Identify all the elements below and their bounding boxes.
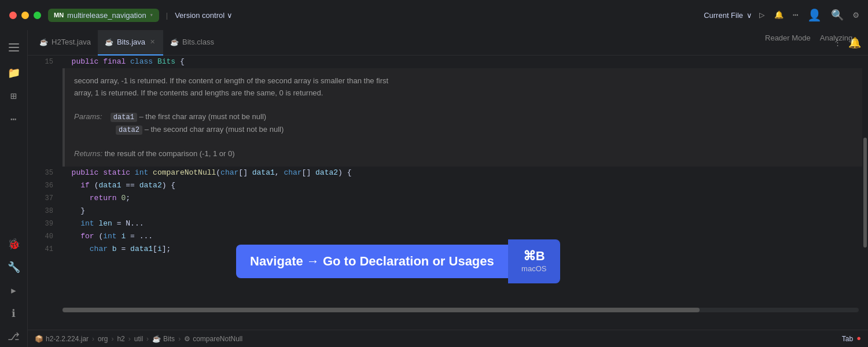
line-content-36: if (data1 == data2) { xyxy=(62,179,868,192)
line-content-15: public final class Bits { xyxy=(62,56,868,68)
param1-name: data1 xyxy=(111,113,137,122)
statusbar-method[interactable]: ⚙ compareNotNull xyxy=(184,335,242,343)
sidebar-top xyxy=(0,35,27,60)
org-label: org xyxy=(98,335,108,343)
statusbar-sep1: › xyxy=(92,335,94,343)
reader-mode-bar: Reader Mode Analyzing... xyxy=(765,30,859,46)
sidebar-item-info[interactable]: ℹ xyxy=(3,303,24,324)
shortcut-key: ⌘B xyxy=(520,249,549,264)
tab-h2test[interactable]: ☕ H2Test.java xyxy=(32,30,98,56)
profile-icon[interactable]: 👤 xyxy=(807,8,822,23)
code-editor[interactable]: 15 public final class Bits { second arra… xyxy=(28,56,868,330)
statusbar-tab[interactable]: Tab xyxy=(842,335,853,343)
bits-class-tab-icon: ☕ xyxy=(170,38,179,46)
tab-bits-java[interactable]: ☕ Bits.java ✕ xyxy=(98,30,163,56)
line-num-38: 38 xyxy=(28,205,62,217)
project-name-label: multirelease_navigation xyxy=(67,11,146,20)
project-initials: MN xyxy=(54,12,64,19)
bits-label: Bits xyxy=(163,335,175,343)
util-label: util xyxy=(134,335,143,343)
line-num-36: 36 xyxy=(28,179,62,192)
tabbar: ☕ H2Test.java ☕ Bits.java ✕ ☕ Bits.class… xyxy=(28,30,868,56)
statusbar-sep2: › xyxy=(111,335,113,343)
line-num-37: 37 xyxy=(28,192,62,205)
code-line-39: 39 int len = N... xyxy=(28,217,868,230)
statusbar-jar[interactable]: 📦 h2-2.2.224.jar xyxy=(35,335,89,343)
titlebar-actions: ▷ 🔔 ⋯ 👤 🔍 ⚙ xyxy=(759,8,859,23)
sidebar-item-more[interactable]: ⋯ xyxy=(3,109,24,130)
svg-rect-0 xyxy=(9,43,19,45)
line-num-15: 15 xyxy=(28,56,62,68)
method-label: compareNotNull xyxy=(193,335,242,343)
h2test-tab-label: H2Test.java xyxy=(52,38,91,46)
h2-label: h2 xyxy=(117,335,124,343)
code-line-36: 36 if (data1 == data2) { xyxy=(28,179,868,192)
main-area: 📁 ⊞ ⋯ 🐞 🔧 ▶ ℹ ⎇ ☕ H2Test.java ☕ Bits.jav… xyxy=(0,30,868,347)
line-content-38: } xyxy=(62,205,868,217)
project-selector[interactable]: MN multirelease_navigation ▾ xyxy=(48,9,159,22)
sidebar-item-tools[interactable]: 🔧 xyxy=(3,257,24,278)
doc-param2: data2 – the second char array (must not … xyxy=(74,124,859,136)
statusbar-h2[interactable]: h2 xyxy=(117,335,124,343)
sidebar-item-debug[interactable]: 🐞 xyxy=(3,234,24,254)
maximize-button[interactable] xyxy=(34,12,41,19)
minimize-button[interactable] xyxy=(21,12,29,19)
statusbar-sep5: › xyxy=(178,335,181,343)
analyzing-status: Analyzing... xyxy=(820,34,859,42)
param2-desc: – the second char array (must not be nul… xyxy=(145,125,284,134)
settings-icon[interactable]: ⚙ xyxy=(853,9,859,21)
sidebar-item-structure[interactable]: ⊞ xyxy=(3,86,24,106)
jar-label: h2-2.2.224.jar xyxy=(46,335,89,343)
line-num-39: 39 xyxy=(28,217,62,230)
search-icon[interactable]: 🔍 xyxy=(831,9,844,21)
close-button[interactable] xyxy=(9,12,17,19)
statusbar-error-icon[interactable]: ● xyxy=(856,334,861,343)
svg-rect-2 xyxy=(9,50,19,51)
separator: | xyxy=(166,11,168,20)
bits-java-tab-close-icon[interactable]: ✕ xyxy=(149,37,156,47)
shortcut-os: macOS xyxy=(521,264,546,273)
line-num-40: 40 xyxy=(28,230,62,243)
statusbar-bits[interactable]: ☕ Bits xyxy=(152,335,175,343)
horizontal-scrollbar-thumb[interactable] xyxy=(62,308,700,312)
doc-returns: Returns: the result of the comparison (-… xyxy=(74,148,859,160)
statusbar: 📦 h2-2.2.224.jar › org › h2 › util › ☕ B… xyxy=(28,330,868,347)
sidebar-toggle-icon[interactable] xyxy=(3,37,24,58)
traffic-lights xyxy=(9,12,41,19)
more-actions-icon[interactable]: ⋯ xyxy=(793,9,799,21)
vertical-scrollbar-thumb[interactable] xyxy=(863,138,867,248)
reader-mode-button[interactable]: Reader Mode xyxy=(765,34,811,42)
code-line-38: 38 } xyxy=(28,205,868,217)
editor-area: ☕ H2Test.java ☕ Bits.java ✕ ☕ Bits.class… xyxy=(28,30,868,347)
statusbar-util[interactable]: util xyxy=(134,335,143,343)
tooltip-shortcut: ⌘B macOS xyxy=(508,239,560,283)
bits-java-tab-icon: ☕ xyxy=(105,38,113,46)
sidebar-item-git[interactable]: ⎇ xyxy=(3,326,24,347)
h2test-tab-icon: ☕ xyxy=(39,38,48,46)
bits-icon: ☕ xyxy=(152,335,161,343)
current-file-chevron-icon: ∨ xyxy=(746,11,752,20)
project-chevron-icon: ▾ xyxy=(150,12,153,19)
debug-icon[interactable]: 🔔 xyxy=(774,10,784,20)
sidebar-item-terminal[interactable]: ▶ xyxy=(3,280,24,301)
line-num-41: 41 xyxy=(28,243,62,256)
statusbar-org[interactable]: org xyxy=(98,335,108,343)
doc-main-text: second array, -1 is returned. If the con… xyxy=(74,75,859,99)
tab-bits-class[interactable]: ☕ Bits.class xyxy=(163,30,221,56)
statusbar-sep4: › xyxy=(146,335,149,343)
line-num-35: 35 xyxy=(28,167,62,179)
run-icon[interactable]: ▷ xyxy=(759,9,765,21)
version-control-button[interactable]: Version control ∨ xyxy=(175,11,233,20)
version-control-label: Version control xyxy=(175,11,225,20)
sidebar-item-project[interactable]: 📁 xyxy=(3,62,24,83)
doc-block: second array, -1 is returned. If the con… xyxy=(62,68,868,167)
version-control-chevron-icon: ∨ xyxy=(227,11,233,20)
current-file-label: Current File xyxy=(704,11,743,20)
current-file-button[interactable]: Current File ∨ xyxy=(704,11,752,20)
left-sidebar: 📁 ⊞ ⋯ 🐞 🔧 ▶ ℹ ⎇ xyxy=(0,30,28,347)
code-line-37: 37 return 0; xyxy=(28,192,868,205)
doc-params: Params: data1 – the first char array (mu… xyxy=(74,111,859,123)
vertical-scrollbar[interactable] xyxy=(862,56,868,330)
param2-name: data2 xyxy=(116,125,142,135)
horizontal-scrollbar[interactable] xyxy=(62,308,859,312)
